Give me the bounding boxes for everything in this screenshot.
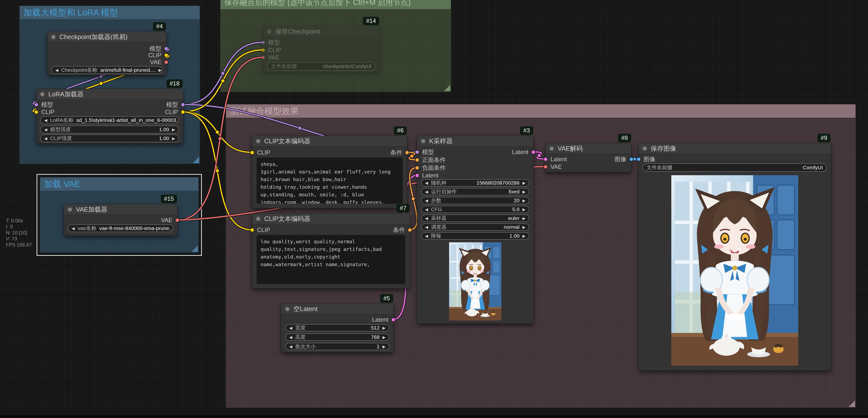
collapse-dot-icon[interactable] xyxy=(267,29,271,34)
node-header[interactable]: CLIP文本编码器 xyxy=(252,213,410,224)
decrement-arrow-icon[interactable]: ◀ xyxy=(44,127,47,132)
port-dot-model-icon[interactable] xyxy=(415,150,420,154)
decrement-arrow-icon[interactable]: ◀ xyxy=(289,326,292,330)
height-widget[interactable]: ◀高度768▶ xyxy=(285,333,390,341)
increment-arrow-icon[interactable]: ▶ xyxy=(523,216,525,221)
batch-size-widget[interactable]: ◀批次大小1▶ xyxy=(285,343,390,350)
collapse-dot-icon[interactable] xyxy=(40,92,44,96)
node-save-checkpoint[interactable]: 保存Checkpoint模型CLIPVAE文件名前缀checkpoints/Co… xyxy=(263,26,380,72)
increment-arrow-icon[interactable]: ▶ xyxy=(172,136,175,141)
port-dot-vae-icon[interactable] xyxy=(261,55,266,60)
node-header[interactable]: LoRA加载器 xyxy=(36,89,183,99)
node-header[interactable]: 空Latent xyxy=(281,304,393,314)
group-title-load-model[interactable]: 加载大模型和 LoRA 模型 xyxy=(20,6,199,19)
sampler-widget[interactable]: ◀采样器euler▶ xyxy=(421,214,529,222)
output-port-latent[interactable]: Latent xyxy=(372,316,396,324)
denoise-widget[interactable]: ◀降噪1.00▶ xyxy=(421,232,529,240)
decrement-arrow-icon[interactable]: ◀ xyxy=(55,68,58,72)
decrement-arrow-icon[interactable]: ◀ xyxy=(72,226,75,231)
group-title-load-vae[interactable]: 加载 VAE xyxy=(40,177,198,191)
vae-name-widget[interactable]: ◀vae名称vae-ft-mse-840000-ema-prune...▶ xyxy=(68,225,173,232)
increment-arrow-icon[interactable]: ▶ xyxy=(382,326,385,330)
collapse-dot-icon[interactable] xyxy=(256,139,260,143)
negative-prompt-textarea[interactable]: low quality,worst quality,normal quality… xyxy=(257,235,405,284)
decrement-arrow-icon[interactable]: ◀ xyxy=(289,344,292,349)
collapse-dot-icon[interactable] xyxy=(643,146,647,151)
port-dot-conditioning-icon[interactable] xyxy=(408,228,412,232)
input-port-latent[interactable]: Latent xyxy=(415,171,438,180)
checkpoint-name-widget[interactable]: ◀Checkpoint名称animefull-final-pruned....▶ xyxy=(51,66,162,74)
positive-prompt-textarea[interactable]: sheya, 1girl,animal ears,animal ear fluf… xyxy=(257,157,403,204)
port-dot-image-icon[interactable] xyxy=(637,157,641,161)
node-ksampler[interactable]: K采样器模型正面条件负面条件LatentLatent◀随机种1566802087… xyxy=(417,136,533,324)
node-vae-decode[interactable]: VAE解码LatentVAE图像 xyxy=(545,143,631,172)
port-dot-vae-icon[interactable] xyxy=(175,218,180,222)
lora-name-widget[interactable]: ◀LoRA名称sd_1.5\style\nai1-artist_all_in_o… xyxy=(40,116,179,124)
collapse-dot-icon[interactable] xyxy=(421,139,425,143)
input-port-model[interactable]: 模型 xyxy=(261,38,280,47)
steps-widget[interactable]: ◀步数20▶ xyxy=(421,197,529,204)
input-port-conditioning[interactable]: 正面条件 xyxy=(415,156,446,164)
port-dot-clip-icon[interactable] xyxy=(181,110,185,114)
port-dot-image-icon[interactable] xyxy=(629,157,633,161)
output-port-image[interactable]: 图像 xyxy=(615,155,633,163)
clip-strength-widget[interactable]: ◀CLIP强度1.00▶ xyxy=(40,135,179,142)
control-after-generate-widget[interactable]: ◀运行后操作fixed▶ xyxy=(421,188,529,196)
group-title-test-merged[interactable]: 测试融合模型效果 xyxy=(226,104,856,118)
increment-arrow-icon[interactable]: ▶ xyxy=(523,198,525,203)
increment-arrow-icon[interactable]: ▶ xyxy=(523,189,525,194)
increment-arrow-icon[interactable]: ▶ xyxy=(523,181,525,185)
decrement-arrow-icon[interactable]: ◀ xyxy=(425,198,428,203)
node-header[interactable]: VAE解码 xyxy=(546,143,631,154)
output-port-vae[interactable]: VAE xyxy=(161,216,180,225)
collapse-dot-icon[interactable] xyxy=(51,35,56,39)
collapse-dot-icon[interactable] xyxy=(285,307,289,311)
output-port-conditioning[interactable]: 条件 xyxy=(391,148,409,157)
increment-arrow-icon[interactable]: ▶ xyxy=(523,207,525,212)
decrement-arrow-icon[interactable]: ◀ xyxy=(425,207,428,212)
node-empty-latent[interactable]: 空LatentLatent◀宽度512▶◀高度768▶◀批次大小1▶ xyxy=(281,303,394,352)
node-header[interactable]: CLIP文本编码器 xyxy=(252,136,407,146)
increment-arrow-icon[interactable]: ▶ xyxy=(159,68,161,72)
increment-arrow-icon[interactable]: ▶ xyxy=(523,225,525,230)
port-dot-clip-icon[interactable] xyxy=(261,48,266,52)
collapse-dot-icon[interactable] xyxy=(550,146,554,151)
input-port-clip[interactable]: CLIP xyxy=(250,226,270,234)
port-dot-clip-icon[interactable] xyxy=(250,228,254,232)
port-dot-model-icon[interactable] xyxy=(34,102,38,107)
node-header[interactable]: 保存图像 xyxy=(639,143,831,154)
port-dot-latent-icon[interactable] xyxy=(391,318,396,322)
increment-arrow-icon[interactable]: ▶ xyxy=(523,234,525,238)
node-vae-loader[interactable]: VAE加载器VAE◀vae名称vae-ft-mse-840000-ema-pru… xyxy=(64,204,178,236)
increment-arrow-icon[interactable]: ▶ xyxy=(382,335,385,339)
input-port-vae[interactable]: VAE xyxy=(544,163,562,171)
decrement-arrow-icon[interactable]: ◀ xyxy=(44,118,47,123)
node-checkpoint-loader[interactable]: Checkpoint加载器(简易)模型CLIPVAE◀Checkpoint名称a… xyxy=(47,31,166,75)
port-dot-latent-icon[interactable] xyxy=(531,150,535,154)
output-port-latent[interactable]: Latent xyxy=(512,148,535,156)
filename-prefix-widget[interactable]: 文件名前缀checkpoints/ComfyUI xyxy=(267,62,375,70)
input-port-conditioning[interactable]: 负面条件 xyxy=(415,164,446,172)
decrement-arrow-icon[interactable]: ◀ xyxy=(425,225,428,230)
node-header[interactable]: Checkpoint加载器(简易) xyxy=(48,32,166,42)
decrement-arrow-icon[interactable]: ◀ xyxy=(425,234,428,238)
input-port-clip[interactable]: CLIP xyxy=(250,148,270,157)
output-port-model[interactable]: 模型 xyxy=(166,100,185,109)
decrement-arrow-icon[interactable]: ◀ xyxy=(289,335,292,339)
collapse-dot-icon[interactable] xyxy=(68,207,72,212)
node-lora-loader[interactable]: LoRA加载器模型CLIP模型CLIP◀LoRA名称sd_1.5\style\n… xyxy=(36,89,183,144)
decrement-arrow-icon[interactable]: ◀ xyxy=(425,216,428,221)
collapse-dot-icon[interactable] xyxy=(256,217,260,221)
input-port-image[interactable]: 图像 xyxy=(637,155,655,163)
input-port-vae[interactable]: VAE xyxy=(261,53,279,62)
port-dot-conditioning-icon[interactable] xyxy=(415,158,420,162)
decrement-arrow-icon[interactable]: ◀ xyxy=(425,189,428,194)
increment-arrow-icon[interactable]: ▶ xyxy=(172,127,175,132)
image-filename-prefix-widget[interactable]: 文件名前缀ComfyUI xyxy=(643,163,827,172)
input-port-clip[interactable]: CLIP xyxy=(34,108,54,116)
seed-widget[interactable]: ◀随机种156680208700286▶ xyxy=(421,179,529,186)
node-clip-encode-positive[interactable]: CLIP文本编码器CLIP条件sheya, 1girl,animal ears,… xyxy=(252,136,407,208)
graph-canvas[interactable]: T: 0.00s I: 0 N: 10 [10] V: 73 FPS:166.6… xyxy=(0,0,868,418)
width-widget[interactable]: ◀宽度512▶ xyxy=(285,324,390,331)
output-port-conditioning[interactable]: 条件 xyxy=(393,226,412,234)
